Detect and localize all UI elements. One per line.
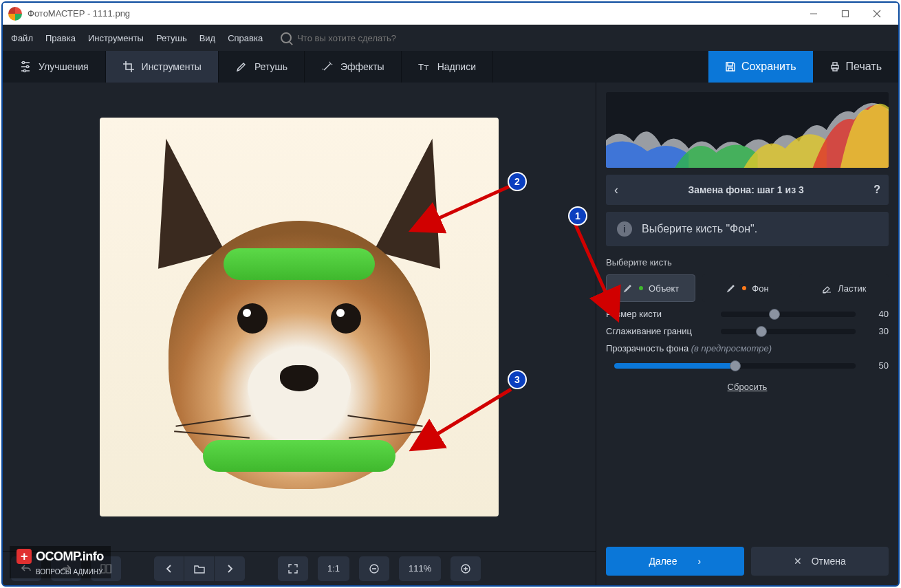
menu-file[interactable]: Файл	[11, 33, 33, 43]
nav-group	[154, 556, 245, 581]
crop-icon	[122, 61, 135, 73]
brush-stroke	[203, 440, 395, 472]
zoom-out-button[interactable]	[359, 556, 389, 581]
svg-rect-1	[843, 10, 849, 17]
slider-label: Размер кисти	[606, 309, 713, 319]
next-button[interactable]: Далее ›	[606, 547, 744, 576]
slider-value: 40	[864, 309, 889, 319]
zoom-value[interactable]: 111%	[399, 556, 441, 581]
tab-effects[interactable]: Эффекты	[305, 51, 402, 83]
cancel-label: Отмена	[812, 556, 846, 567]
save-label: Сохранить	[741, 61, 796, 73]
svg-point-9	[23, 69, 25, 72]
tab-label: Инструменты	[142, 61, 202, 72]
slider-track[interactable]	[721, 312, 856, 317]
title-bar: ФотоМАСТЕР - 1111.png	[3, 3, 898, 25]
close-button[interactable]	[861, 3, 893, 24]
menu-help[interactable]: Справка	[228, 33, 263, 43]
svg-point-8	[26, 65, 28, 67]
tab-tools[interactable]: Инструменты	[106, 51, 219, 83]
tab-label: Эффекты	[340, 61, 384, 72]
slider-track[interactable]	[721, 329, 856, 334]
hint-row: i Выберите кисть "Фон".	[606, 212, 889, 246]
info-icon: i	[617, 221, 632, 237]
annotation-badge: 2	[508, 172, 527, 191]
brush-tab-label: Фон	[752, 283, 768, 294]
chevron-right-icon: ›	[697, 556, 701, 567]
orange-dot-icon	[742, 286, 746, 290]
right-panel: ‹ Замена фона: шаг 1 из 3 ? i Выберите к…	[596, 83, 898, 585]
wand-icon	[321, 61, 334, 73]
brush-tab-eraser[interactable]: Ластик	[799, 274, 889, 302]
app-logo-icon	[8, 7, 22, 21]
brush-stroke	[224, 248, 375, 280]
back-button[interactable]: ‹	[614, 183, 618, 197]
search-input[interactable]	[297, 33, 435, 43]
close-icon: ✕	[794, 556, 802, 567]
tab-label: Улучшения	[39, 61, 89, 72]
slider-label: Сглаживание границ	[606, 326, 713, 336]
slider-value: 50	[864, 360, 889, 371]
print-label: Печать	[846, 61, 882, 73]
step-header: ‹ Замена фона: шаг 1 из 3 ?	[606, 175, 889, 205]
slider-feather: Сглаживание границ 30	[606, 326, 889, 336]
svg-text:Tᴛ: Tᴛ	[418, 62, 429, 72]
tab-label: Ретушь	[254, 61, 287, 72]
next-image-button[interactable]	[215, 556, 245, 581]
menu-retouch[interactable]: Ретушь	[156, 33, 187, 43]
text-icon: Tᴛ	[418, 61, 431, 73]
tab-text[interactable]: Tᴛ Надписи	[402, 51, 493, 83]
brush-icon	[235, 61, 248, 73]
histogram	[606, 92, 889, 168]
brush-tab-background[interactable]: Фон	[702, 274, 792, 302]
plus-icon: +	[17, 549, 32, 564]
maximize-button[interactable]	[829, 3, 861, 24]
canvas-image[interactable]	[100, 118, 499, 516]
brush-tab-object[interactable]: Объект	[606, 274, 695, 302]
slider-track[interactable]	[614, 363, 856, 369]
menu-view[interactable]: Вид	[199, 33, 216, 43]
svg-point-7	[22, 61, 24, 63]
svg-rect-13	[833, 68, 837, 71]
scale-11-button[interactable]: 1:1	[318, 556, 349, 581]
minimize-button[interactable]	[798, 3, 829, 24]
fit-screen-button[interactable]	[278, 556, 308, 581]
tab-enhance[interactable]: Улучшения	[3, 51, 106, 83]
watermark: +OCOMP.info ВОПРОСЫ АДМИНУ	[10, 546, 111, 578]
menu-bar: Файл Правка Инструменты Ретушь Вид Справ…	[3, 25, 898, 51]
prev-image-button[interactable]	[154, 556, 184, 581]
canvas-viewport[interactable]: 2 3 1	[3, 83, 596, 551]
window-title: ФотоМАСТЕР - 1111.png	[28, 8, 798, 19]
save-icon	[725, 61, 736, 72]
annotation-badge: 3	[508, 370, 527, 389]
menu-tools[interactable]: Инструменты	[88, 33, 144, 43]
slider-transparency-label: Прозрачность фона (в предпросмотре)	[606, 343, 889, 353]
svg-rect-12	[833, 63, 837, 65]
search-icon	[281, 32, 292, 43]
menu-edit[interactable]: Правка	[45, 33, 76, 43]
slider-brush-size: Размер кисти 40	[606, 309, 889, 319]
green-dot-icon	[639, 286, 643, 290]
slider-value: 30	[864, 326, 889, 336]
print-icon	[829, 61, 840, 72]
sliders-icon	[19, 61, 32, 73]
brush-tabs: Объект Фон Ластик	[606, 274, 889, 302]
help-button[interactable]: ?	[873, 184, 880, 196]
reset-link[interactable]: Сбросить	[606, 382, 889, 392]
slider-transparency: 50	[606, 360, 889, 371]
main-tabs: Улучшения Инструменты Ретушь Эффекты Tᴛ …	[3, 51, 898, 83]
brush-tab-label: Объект	[649, 283, 679, 294]
brush-tab-label: Ластик	[838, 283, 866, 294]
tab-retouch[interactable]: Ретушь	[219, 51, 305, 83]
save-button[interactable]: Сохранить	[708, 51, 813, 83]
tab-label: Надписи	[437, 61, 476, 72]
next-label: Далее	[649, 556, 677, 567]
open-folder-button[interactable]	[184, 556, 215, 581]
hint-text: Выберите кисть "Фон".	[642, 223, 757, 235]
zoom-in-button[interactable]	[450, 556, 481, 581]
cancel-button[interactable]: ✕ Отмена	[751, 547, 889, 576]
print-button[interactable]: Печать	[813, 51, 898, 83]
annotation-badge: 1	[568, 206, 587, 226]
step-title: Замена фона: шаг 1 из 3	[627, 184, 865, 195]
select-brush-label: Выберите кисть	[606, 257, 889, 268]
